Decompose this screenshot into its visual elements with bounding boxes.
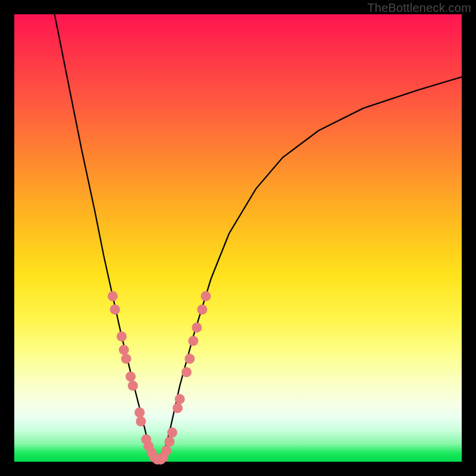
outer-frame: TheBottleneck.com [0,0,476,476]
highlight-dot [188,336,198,346]
highlight-dot [108,291,118,301]
highlight-dot [119,345,129,355]
attribution-text: TheBottleneck.com [367,1,471,15]
highlight-dot [121,354,131,364]
highlight-dot [181,367,192,377]
highlight-dot [164,437,174,447]
highlight-dot [197,305,207,315]
highlight-dot [173,403,183,413]
highlight-dot [201,291,211,301]
highlight-dot [117,331,127,342]
highlight-dot [110,305,120,315]
highlight-dot [128,381,138,391]
highlight-dot [192,322,202,333]
highlight-dot [175,394,185,404]
highlight-dot [167,428,177,438]
highlight-dot [184,354,195,364]
highlight-dot [136,416,146,427]
bottleneck-curve [55,14,462,462]
plot-area [14,14,462,462]
highlight-dots [108,291,211,464]
highlight-dot [126,372,136,382]
chart-svg [14,14,462,462]
highlight-dot [134,408,145,418]
highlight-dot [161,446,171,456]
